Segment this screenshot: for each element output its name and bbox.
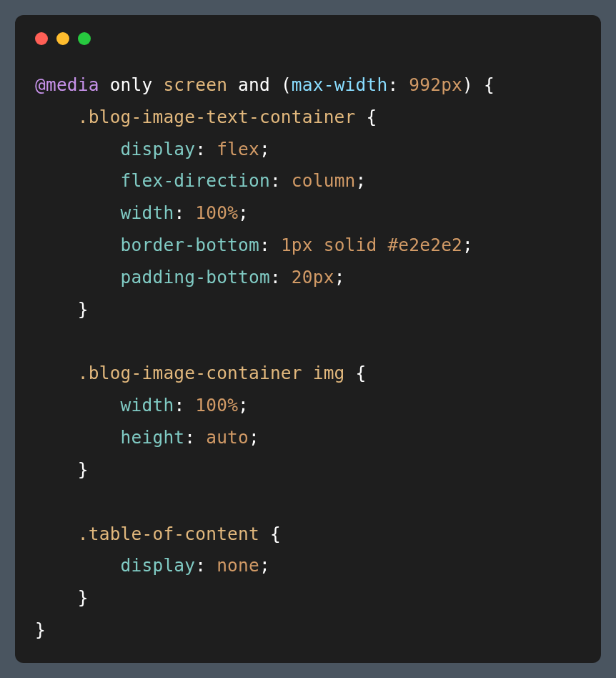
punct-token: :	[270, 267, 292, 288]
punct-token: ;	[334, 267, 345, 288]
code-line: width: 100%;	[35, 395, 249, 416]
property-token: display	[121, 139, 196, 159]
window-controls	[15, 15, 601, 45]
indent	[35, 555, 121, 576]
code-line: .blog-image-container img {	[35, 363, 366, 383]
selector-token: .blog-image-container img	[78, 363, 345, 383]
value-token: auto	[206, 427, 249, 448]
indent	[35, 107, 78, 127]
property-token: border-bottom	[121, 235, 259, 255]
code-line: }	[35, 587, 89, 608]
property-token: width	[121, 202, 174, 223]
indent	[35, 267, 121, 288]
code-content: @media only screen and (max-width: 992px…	[15, 45, 601, 663]
indent	[35, 459, 78, 480]
indent	[35, 170, 121, 191]
brace-token: }	[78, 587, 89, 608]
indent	[35, 299, 78, 320]
punct-token: ;	[259, 139, 270, 159]
punct-token: :	[174, 395, 195, 416]
punct-token: ;	[249, 427, 259, 448]
close-icon[interactable]	[35, 32, 48, 45]
plain-token: only	[99, 74, 164, 95]
indent	[35, 524, 78, 544]
value-token: 100%	[195, 202, 238, 223]
indent	[35, 587, 78, 608]
punct-token: ;	[462, 235, 473, 255]
value-token: 1px solid #e2e2e2	[281, 235, 462, 255]
indent	[35, 235, 121, 255]
code-line: @media only screen and (max-width: 992px…	[35, 74, 495, 95]
minimize-icon[interactable]	[56, 32, 69, 45]
brace-token: }	[78, 299, 89, 320]
property-token: display	[121, 555, 196, 576]
punct-token: ;	[238, 202, 249, 223]
brace-token: {	[473, 74, 495, 95]
punct-token: :	[195, 139, 217, 159]
code-window: @media only screen and (max-width: 992px…	[15, 15, 601, 663]
value-token: flex	[217, 139, 259, 159]
code-line: .table-of-content {	[35, 524, 281, 544]
feature-token: max-width	[292, 74, 388, 95]
punct-token: :	[270, 170, 292, 191]
value-token: 100%	[195, 395, 238, 416]
property-token: height	[121, 427, 185, 448]
brace-token: }	[35, 619, 46, 640]
selector-token: .blog-image-text-container	[78, 107, 356, 127]
atrule-token: @media	[35, 74, 99, 95]
punct-token: :	[184, 427, 206, 448]
plain-token: and	[227, 74, 281, 95]
value-token: 992px	[409, 74, 462, 95]
code-line: width: 100%;	[35, 202, 249, 223]
selector-token: .table-of-content	[78, 524, 259, 544]
code-line: display: none;	[35, 555, 270, 576]
brace-token: {	[259, 524, 281, 544]
code-line: .blog-image-text-container {	[35, 107, 377, 127]
property-token: width	[121, 395, 174, 416]
indent	[35, 202, 121, 223]
punct-token: :	[195, 555, 217, 576]
punct-token: ;	[356, 170, 367, 191]
code-line: display: flex;	[35, 139, 270, 159]
code-line: flex-direction: column;	[35, 170, 366, 191]
brace-token: }	[78, 459, 89, 480]
punct-token: (	[281, 74, 292, 95]
indent	[35, 427, 121, 448]
indent	[35, 363, 78, 383]
punct-token: :	[259, 235, 281, 255]
value-token: column	[292, 170, 356, 191]
value-token: 20px	[292, 267, 334, 288]
punct-token: ;	[259, 555, 270, 576]
code-line: }	[35, 299, 89, 320]
indent	[35, 139, 121, 159]
code-line: }	[35, 459, 89, 480]
punct-token: ;	[238, 395, 249, 416]
keyword-token: screen	[163, 74, 227, 95]
property-token: padding-bottom	[121, 267, 270, 288]
code-line: }	[35, 619, 46, 640]
value-token: none	[217, 555, 259, 576]
code-line: height: auto;	[35, 427, 259, 448]
maximize-icon[interactable]	[78, 32, 91, 45]
punct-token: :	[387, 74, 409, 95]
brace-token: {	[345, 363, 367, 383]
punct-token: :	[174, 202, 195, 223]
punct-token: )	[462, 74, 473, 95]
code-line: padding-bottom: 20px;	[35, 267, 345, 288]
code-line: border-bottom: 1px solid #e2e2e2;	[35, 235, 473, 255]
indent	[35, 395, 121, 416]
property-token: flex-direction	[121, 170, 270, 191]
brace-token: {	[356, 107, 377, 127]
